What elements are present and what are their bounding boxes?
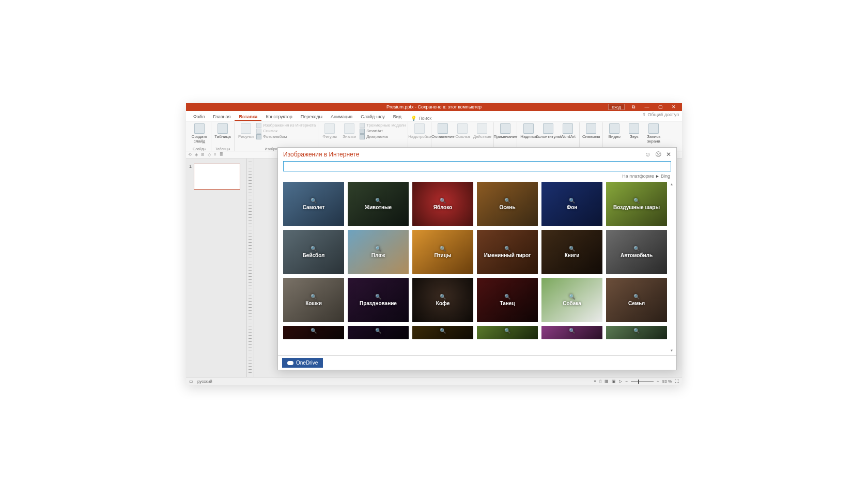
online-pictures-button[interactable]: Изображения из Интернета <box>256 123 316 128</box>
feedback-smile-icon[interactable]: ☺ <box>645 151 651 158</box>
video-button[interactable]: Видео <box>605 122 624 139</box>
zoom-slider[interactable] <box>631 381 654 382</box>
qat-icon[interactable]: ◇ <box>208 152 211 157</box>
tab-design[interactable]: Конструктор <box>261 114 296 121</box>
header-footer-button[interactable]: Колонтитулы <box>539 122 557 139</box>
qat-icon[interactable]: ≣ <box>220 152 223 157</box>
category-tile[interactable]: 🔍Фон <box>541 182 602 226</box>
view-normal-icon[interactable]: ▯ <box>599 379 601 384</box>
cloud-icon <box>287 361 293 365</box>
symbols-button[interactable]: Символы <box>582 122 600 139</box>
new-slide-button[interactable]: Создать слайд <box>190 122 209 144</box>
qat-icon[interactable]: ⟲ <box>188 152 192 157</box>
qat-icon[interactable]: ≡ <box>214 152 216 157</box>
tab-home[interactable]: Главная <box>209 114 235 121</box>
category-tile[interactable]: 🔍Кошки <box>283 278 344 322</box>
spellcheck-icon[interactable]: ▭ <box>189 379 193 384</box>
ribbon-group-tables: Таблица Таблицы <box>211 122 235 151</box>
feedback-frown-icon[interactable]: ☹ <box>655 151 662 158</box>
zoom-in-button[interactable]: + <box>657 379 659 384</box>
onedrive-button[interactable]: OneDrive <box>282 358 323 368</box>
tab-file[interactable]: Файл <box>189 114 209 121</box>
close-button[interactable]: ✕ <box>667 103 680 111</box>
link-button[interactable]: Ссылка <box>453 122 472 139</box>
comment-button[interactable]: Примечание <box>496 122 515 139</box>
icons-button[interactable]: Значки <box>340 122 359 139</box>
login-button[interactable]: Вход <box>608 104 625 110</box>
tab-view[interactable]: Вид <box>389 114 406 121</box>
image-search-input[interactable] <box>283 161 671 171</box>
qat-icon[interactable]: ◈ <box>195 152 198 157</box>
category-tile[interactable]: 🔍Животные <box>348 182 409 226</box>
zoom-toc-button[interactable]: Оглавление <box>433 122 452 139</box>
minimize-button[interactable]: — <box>640 103 654 111</box>
share-button[interactable]: ⇪ Общий доступ <box>642 112 679 117</box>
category-tile[interactable]: 🔍Семья <box>606 278 667 322</box>
category-tile[interactable]: 🔍Кофе <box>412 278 473 322</box>
dialog-title: Изображения в Интернете <box>283 151 359 158</box>
chart-button[interactable]: Диаграмма <box>360 134 406 139</box>
category-tile[interactable]: 🔍Бейсбол <box>283 230 344 274</box>
wordart-button[interactable]: WordArt <box>559 122 577 139</box>
category-tile[interactable]: 🔍Птицы <box>412 230 473 274</box>
ribbon-group-media: Видео Звук Запись экрана <box>603 122 665 151</box>
text-box-button[interactable]: Надпись <box>519 122 538 139</box>
view-sorter-icon[interactable]: ▦ <box>605 379 609 384</box>
category-tile[interactable]: 🔍Празднование <box>348 278 409 322</box>
category-tile[interactable]: 🔍 <box>412 326 473 339</box>
tab-animations[interactable]: Анимация <box>327 114 357 121</box>
view-reading-icon[interactable]: ▣ <box>612 379 616 384</box>
category-tile[interactable]: 🔍Осень <box>477 182 538 226</box>
search-icon: 🔍 <box>440 328 446 334</box>
category-tile[interactable]: 🔍Книги <box>541 230 602 274</box>
category-tile[interactable]: 🔍Танец <box>477 278 538 322</box>
language-status[interactable]: русский <box>197 379 212 384</box>
maximize-button[interactable]: ▢ <box>654 103 667 111</box>
slide-thumbnails-pane[interactable]: 1 <box>186 159 247 377</box>
ribbon-options-button[interactable]: ⧉ <box>627 103 640 111</box>
fit-window-button[interactable]: ⛶ <box>675 379 679 384</box>
dialog-scrollbar[interactable]: ▴ ▾ <box>669 182 674 353</box>
category-tile[interactable]: 🔍Пляж <box>348 230 409 274</box>
tab-insert[interactable]: Вставка <box>235 114 261 121</box>
slide-thumbnail[interactable] <box>194 164 240 190</box>
scroll-up-icon[interactable]: ▴ <box>669 182 674 187</box>
category-tile[interactable]: 🔍Воздушные шары <box>606 182 667 226</box>
screen-record-button[interactable]: Запись экрана <box>644 122 663 144</box>
smartart-button[interactable]: SmartArt <box>360 129 406 134</box>
category-tile[interactable]: 🔍Собака <box>541 278 602 322</box>
category-tile[interactable]: 🔍 <box>477 326 538 339</box>
action-button[interactable]: Действие <box>473 122 491 139</box>
3d-models-button[interactable]: Трехмерные модели <box>360 123 406 128</box>
search-box[interactable]: 💡 Поиск <box>411 116 431 121</box>
scroll-down-icon[interactable]: ▾ <box>669 348 674 353</box>
shapes-button[interactable]: Фигуры <box>320 122 339 139</box>
table-button[interactable]: Таблица <box>213 122 232 139</box>
view-slideshow-icon[interactable]: ▷ <box>619 379 622 384</box>
notes-button[interactable]: ≡ <box>594 379 597 384</box>
category-label: Яблоко <box>433 204 452 210</box>
dialog-close-button[interactable]: ✕ <box>666 151 671 158</box>
tab-transitions[interactable]: Переходы <box>297 114 327 121</box>
photo-album-button[interactable]: Фотоальбом <box>256 134 316 139</box>
category-tile[interactable]: 🔍Самолет <box>283 182 344 226</box>
category-tile[interactable]: 🔍 <box>541 326 602 339</box>
screenshot-button[interactable]: Снимок <box>256 129 316 134</box>
slide-number: 1 <box>189 164 192 372</box>
pictures-button[interactable]: Рисунки <box>237 122 255 139</box>
zoom-level[interactable]: 83 % <box>662 379 672 384</box>
category-tile[interactable]: 🔍Автомобиль <box>606 230 667 274</box>
addins-button[interactable]: Надстройки <box>410 122 429 139</box>
category-tile[interactable]: 🔍 <box>606 326 667 339</box>
category-tile[interactable]: 🔍Яблоко <box>412 182 473 226</box>
category-tile[interactable]: 🔍 <box>283 326 344 339</box>
tab-slideshow[interactable]: Слайд-шоу <box>357 114 389 121</box>
category-tile[interactable]: 🔍 <box>348 326 409 339</box>
qat-icon[interactable]: ⊞ <box>201 152 205 157</box>
ribbon-group-slides: Создать слайд Слайды <box>188 122 211 151</box>
zoom-out-button[interactable]: − <box>625 379 628 384</box>
category-tile[interactable]: 🔍Именинный пирог <box>477 230 538 274</box>
audio-button[interactable]: Звук <box>625 122 643 139</box>
powered-by-label: На платформе ▸ Bing <box>278 172 676 180</box>
share-icon: ⇪ <box>642 112 646 117</box>
